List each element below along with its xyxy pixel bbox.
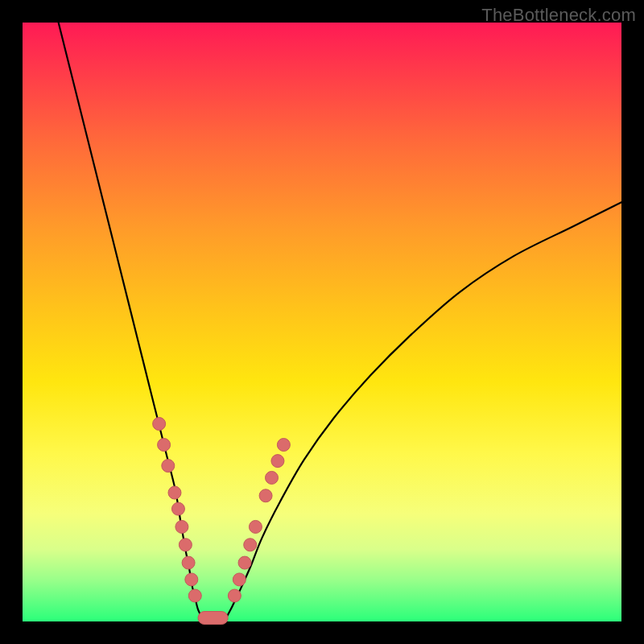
dot-right-5	[259, 489, 272, 502]
dot-right-4	[249, 520, 262, 533]
dots-group	[153, 417, 291, 602]
dot-left-8	[185, 573, 198, 586]
bottom-pill-group	[198, 612, 228, 625]
bottom-pill	[198, 612, 228, 625]
dot-left-2	[162, 460, 175, 473]
curve-group	[59, 23, 621, 618]
watermark-text: TheBottleneck.com	[481, 5, 636, 26]
dot-right-0	[228, 589, 241, 602]
dot-left-7	[182, 556, 195, 569]
dot-left-1	[158, 439, 171, 452]
dot-right-8	[277, 439, 290, 452]
curve-right	[226, 202, 621, 617]
dot-left-9	[188, 589, 201, 602]
dot-right-1	[233, 573, 246, 586]
dot-left-5	[175, 520, 188, 533]
dot-right-7	[271, 455, 284, 468]
dot-right-6	[266, 471, 279, 484]
dot-left-0	[153, 417, 166, 430]
chart-svg	[23, 23, 621, 621]
dot-left-6	[179, 539, 192, 551]
dot-right-2	[238, 556, 251, 569]
dot-left-4	[171, 502, 184, 515]
dot-right-3	[244, 539, 257, 551]
dot-left-3	[168, 486, 181, 499]
chart-area	[23, 23, 621, 621]
